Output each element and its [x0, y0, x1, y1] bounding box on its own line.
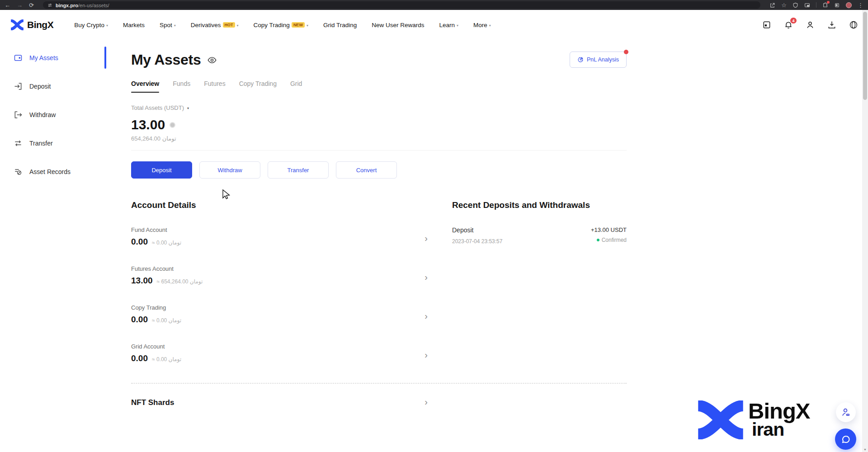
picture-in-picture-icon[interactable]: [804, 2, 810, 8]
bingx-x-icon: [694, 400, 747, 439]
brand-name: BingX: [27, 19, 53, 30]
nav-item-markets[interactable]: Markets: [123, 22, 145, 28]
nav-item-derivatives[interactable]: Derivatives HOT ▾: [191, 22, 239, 28]
tab-futures[interactable]: Futures: [204, 80, 225, 93]
bingx-logo[interactable]: BingX: [10, 19, 53, 30]
tab-copy-trading[interactable]: Copy Trading: [239, 80, 277, 93]
notification-count-badge: 4: [790, 18, 797, 24]
account-row-futures[interactable]: Futures Account 13.00 ≈ 654,264.00 تومان…: [131, 265, 428, 286]
chevron-down-icon: ▾: [457, 24, 458, 28]
deposit-button[interactable]: Deposit: [131, 161, 192, 179]
sidebar-item-label: Withdraw: [29, 111, 56, 118]
site-settings-icon[interactable]: [47, 3, 52, 8]
download-app-icon[interactable]: [827, 20, 836, 29]
nav-item-buy-crypto[interactable]: Buy Crypto ▾: [74, 22, 108, 28]
share-icon[interactable]: [769, 2, 775, 8]
nav-item-spot[interactable]: Spot ▾: [160, 22, 176, 28]
scrollbar-down-arrow[interactable]: ▼: [862, 448, 868, 451]
chevron-down-icon: ▾: [237, 24, 239, 28]
chevron-down-icon: ▾: [489, 24, 491, 28]
recent-amount: +13.00 USDT: [591, 226, 627, 233]
browser-profile-avatar[interactable]: [846, 2, 852, 8]
language-globe-icon[interactable]: [849, 20, 858, 29]
sidebar-item-deposit[interactable]: Deposit: [0, 72, 107, 100]
nft-shards-row[interactable]: NFT Shards ›: [131, 398, 428, 407]
nav-label: Spot: [160, 22, 172, 28]
chevron-down-icon: ▾: [106, 24, 108, 28]
recent-activity-row[interactable]: Deposit 2023-07-04 23:53:57 +13.00 USDT …: [452, 226, 627, 245]
sidebar-item-my-assets[interactable]: My Assets: [0, 43, 107, 72]
nav-label: Learn: [439, 22, 455, 28]
chat-bubble-icon: [840, 434, 851, 445]
extension-box-icon[interactable]: [834, 2, 840, 8]
sidebar-item-withdraw[interactable]: Withdraw: [0, 100, 107, 129]
records-list-icon: [14, 167, 23, 176]
sidebar-item-label: My Assets: [29, 54, 58, 61]
account-row-grid[interactable]: Grid Account 0.00 ≈ 0.00 تومان ›: [131, 343, 428, 363]
nav-item-new-user-rewards[interactable]: New User Rewards: [372, 22, 424, 28]
support-agent-icon: [840, 407, 851, 418]
nav-item-grid-trading[interactable]: Grid Trading: [323, 22, 357, 28]
account-user-icon[interactable]: [806, 20, 815, 29]
nav-item-copy-trading[interactable]: Copy Trading NEW ▾: [254, 22, 308, 28]
hide-balance-eye-icon[interactable]: [207, 55, 217, 65]
recent-status: Confirmed: [597, 237, 627, 243]
account-value: 0.00: [131, 237, 148, 247]
chevron-down-icon: ▾: [187, 106, 189, 110]
extensions-puzzle-icon[interactable]: [822, 2, 828, 8]
pnl-alert-dot: [624, 50, 628, 54]
tab-grid[interactable]: Grid: [290, 80, 302, 93]
page-scrollbar[interactable]: ▼: [862, 10, 868, 452]
browser-menu-kebab-icon[interactable]: ⋮: [858, 2, 863, 8]
sidebar-item-label: Asset Records: [29, 168, 71, 175]
withdraw-button[interactable]: Withdraw: [199, 161, 260, 179]
pnl-analysis-button[interactable]: PnL Analysis: [570, 52, 627, 68]
sidebar-item-transfer[interactable]: Transfer: [0, 129, 107, 157]
chat-fab-button[interactable]: [835, 428, 856, 450]
bingx-iran-watermark: BingX iran: [694, 400, 810, 439]
account-label: Grid Account: [131, 343, 428, 350]
transfer-button[interactable]: Transfer: [268, 161, 329, 179]
total-assets-fiat: تومان 654,264.00: [131, 135, 627, 142]
status-label: Confirmed: [602, 237, 627, 243]
extension-alert-dot: [827, 1, 830, 4]
sidebar: My Assets Deposit Withdraw Transfer Asse…: [0, 40, 107, 452]
main-content: My Assets PnL Analysis Overview Funds Fu…: [131, 40, 627, 407]
browser-back-icon[interactable]: ←: [5, 2, 10, 8]
support-fab-button[interactable]: [836, 402, 856, 422]
bookmark-star-icon[interactable]: ☆: [781, 2, 787, 8]
notifications-bell-icon[interactable]: 4: [784, 20, 793, 29]
nav-label: Grid Trading: [323, 22, 357, 28]
info-dot-icon[interactable]: [170, 122, 175, 128]
recent-timestamp: 2023-07-04 23:53:57: [452, 238, 502, 245]
scrollbar-thumb[interactable]: [863, 12, 867, 100]
account-value: 0.00: [131, 315, 148, 325]
privacy-shield-icon[interactable]: [793, 2, 798, 8]
url-bar[interactable]: bingx.pro/en-us/assets/: [43, 1, 760, 9]
watermark-region: iran: [752, 421, 810, 438]
nav-item-learn[interactable]: Learn ▾: [439, 22, 458, 28]
total-assets-selector[interactable]: Total Assets (USDT) ▾: [131, 104, 627, 111]
convert-button[interactable]: Convert: [336, 161, 397, 179]
sidebar-item-label: Transfer: [29, 140, 53, 147]
nav-item-more[interactable]: More ▾: [473, 22, 491, 28]
url-path: /en-us/assets/: [78, 3, 109, 8]
recent-type: Deposit: [452, 226, 502, 234]
asset-tabs: Overview Funds Futures Copy Trading Grid: [131, 80, 627, 93]
orders-panel-icon[interactable]: [762, 20, 771, 29]
nav-label: Copy Trading: [254, 22, 290, 28]
browser-reload-icon[interactable]: ⟳: [29, 2, 34, 8]
tab-overview[interactable]: Overview: [131, 80, 159, 93]
nav-label: More: [473, 22, 487, 28]
section-divider: [131, 150, 627, 151]
account-row-fund[interactable]: Fund Account 0.00 ≈ 0.00 تومان ›: [131, 226, 428, 247]
browser-forward-icon[interactable]: →: [17, 2, 23, 8]
account-details-heading: Account Details: [131, 200, 428, 210]
tab-funds[interactable]: Funds: [173, 80, 190, 93]
sidebar-item-asset-records[interactable]: Asset Records: [0, 157, 107, 186]
toolbar-divider: [816, 2, 816, 8]
account-value: 13.00: [131, 276, 153, 286]
recent-activity-heading: Recent Deposits and Withdrawals: [452, 200, 627, 210]
active-indicator: [104, 47, 106, 69]
account-row-copy-trading[interactable]: Copy Trading 0.00 ≈ 0.00 تومان ›: [131, 304, 428, 325]
